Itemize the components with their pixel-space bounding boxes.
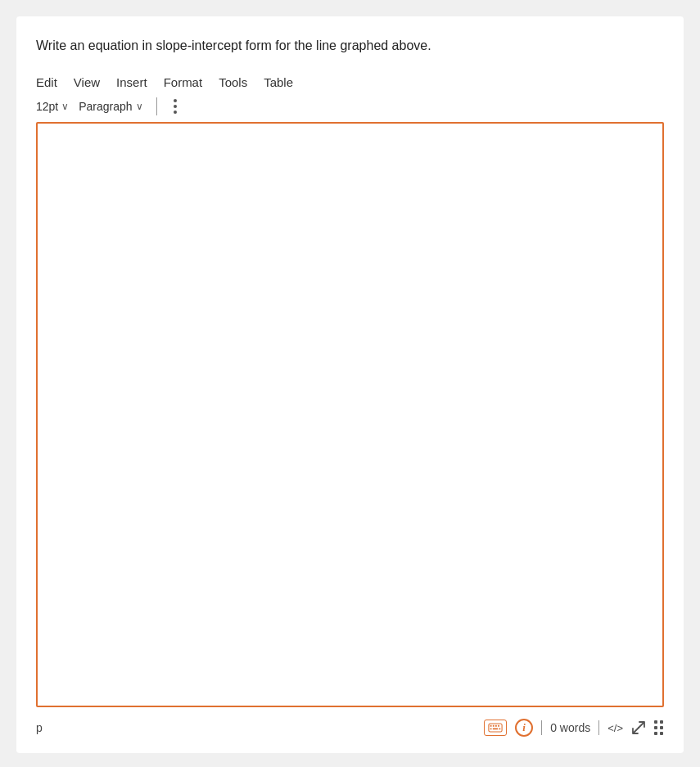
toolbar-divider [156,97,157,115]
editor-textarea[interactable] [38,124,662,582]
menu-tools[interactable]: Tools [219,75,247,89]
paragraph-chevron-icon: ∨ [136,101,143,112]
page-container: Write an equation in slope-intercept for… [16,16,684,753]
info-icon[interactable]: i [515,719,533,737]
status-divider-1 [541,720,542,735]
menu-bar: Edit View Insert Format Tools Table [36,72,664,92]
dot-2 [174,105,177,108]
code-icon[interactable]: </> [607,722,623,734]
font-size-label: 12pt [36,100,58,113]
svg-rect-0 [489,724,502,732]
paragraph-label: Paragraph [79,100,132,113]
svg-rect-6 [493,728,498,729]
editor-area[interactable] [36,122,664,707]
dot-1 [174,99,177,102]
info-label: i [522,721,526,734]
svg-rect-1 [490,725,492,727]
format-bar: 12pt ∨ Paragraph ∨ [36,97,664,115]
svg-rect-4 [498,725,499,727]
menu-view[interactable]: View [74,75,100,89]
svg-rect-2 [493,725,495,727]
resize-icon[interactable] [631,720,646,735]
bottom-right-controls: i 0 words </> [484,719,664,737]
font-size-chevron-icon: ∨ [61,101,69,112]
paragraph-dropdown[interactable]: Paragraph ∨ [79,100,142,113]
paragraph-indicator: p [36,721,43,734]
font-size-dropdown[interactable]: 12pt ∨ [36,100,69,113]
editor-toolbar: Edit View Insert Format Tools Table 12pt… [36,72,664,115]
svg-rect-5 [490,728,492,729]
keyboard-icon[interactable] [484,720,507,736]
svg-rect-7 [499,728,501,729]
svg-line-9 [634,728,639,733]
more-options-button[interactable] [170,97,180,115]
menu-insert[interactable]: Insert [116,75,147,89]
grid-dots-icon[interactable] [654,720,664,736]
bottom-bar: p i 0 words </> [36,711,664,740]
question-text: Write an equation in slope-intercept for… [36,36,664,56]
dot-3 [174,111,177,114]
menu-format[interactable]: Format [164,75,203,89]
svg-line-8 [639,723,644,728]
word-count: 0 words [550,721,590,734]
menu-table[interactable]: Table [264,75,293,89]
svg-rect-3 [495,725,497,727]
menu-edit[interactable]: Edit [36,75,57,89]
status-divider-2 [598,720,599,735]
